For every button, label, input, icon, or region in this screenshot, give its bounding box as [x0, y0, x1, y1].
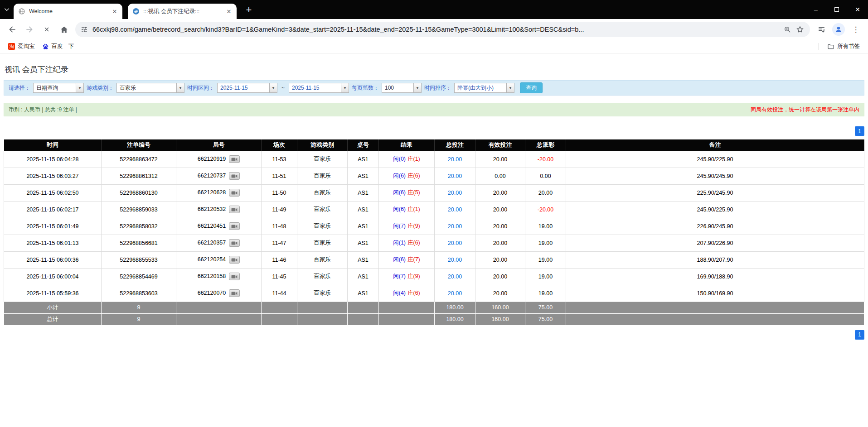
cell-note: 169.90/188.90 [566, 268, 864, 285]
table-header-cell: 桌号 [348, 139, 379, 151]
zoom-button[interactable] [781, 23, 794, 36]
chevron-down-icon[interactable]: ▼ [76, 83, 83, 92]
cell-payout: 19.00 [525, 235, 566, 251]
round-number: 662120628 [198, 189, 226, 196]
cell-round: 662120628 [176, 184, 262, 201]
cell-payout: 0.00 [525, 168, 566, 184]
table-header-cell: 局号 [176, 139, 262, 151]
cell-valid-bet: 20.00 [475, 201, 525, 218]
cell-total-bet-link[interactable]: 20.00 [435, 235, 475, 251]
new-tab-button[interactable]: + [242, 3, 256, 17]
cell-result: 闲(7)庄(9) [379, 218, 435, 235]
result-player: 闲(6) [393, 173, 406, 179]
table-header-cell: 结果 [379, 139, 435, 151]
cell-total-bet-link[interactable]: 20.00 [435, 268, 475, 285]
chevron-down-icon[interactable]: ▼ [413, 83, 421, 92]
date-range-separator: ~ [280, 85, 286, 91]
page-size-combobox[interactable]: 100 ▼ [382, 83, 422, 93]
tab-close-icon[interactable]: ✕ [111, 7, 119, 15]
video-replay-button[interactable] [229, 155, 240, 163]
video-camera-icon [231, 291, 238, 296]
result-player: 闲(6) [393, 206, 406, 212]
tab-search-button[interactable] [0, 0, 14, 19]
profile-button[interactable] [831, 22, 846, 37]
chevron-down-icon[interactable]: ▼ [269, 83, 277, 92]
bookmark-label: 爱淘宝 [18, 43, 35, 50]
home-button[interactable] [56, 22, 72, 37]
bookmark-star-button[interactable] [794, 23, 806, 36]
pagination-bottom: 1 [4, 330, 864, 340]
chevron-down-icon[interactable]: ▼ [506, 83, 514, 92]
magnifier-plus-icon [784, 26, 791, 34]
chevron-down-icon[interactable]: ▼ [176, 83, 184, 92]
page-1-button[interactable]: 1 [855, 330, 864, 340]
stop-x-icon [43, 25, 51, 34]
cell-time: 2025-11-15 06:04:28 [4, 151, 102, 168]
cell-table-code: AS1 [348, 251, 379, 268]
cell-result: 闲(7)庄(9) [379, 268, 435, 285]
subtotal-payout: 75.00 [525, 302, 566, 313]
cell-total-bet-link[interactable]: 20.00 [435, 285, 475, 302]
cell-bet-id: 522968863472 [102, 151, 176, 168]
bookmarks-bar: 淘 爱淘宝 百度一下 所有书签 [0, 40, 868, 53]
tab-close-icon[interactable]: ✕ [225, 7, 233, 15]
browser-menu-button[interactable]: ⋮ [848, 22, 863, 37]
cell-total-bet-link[interactable]: 20.00 [435, 218, 475, 235]
video-replay-button[interactable] [229, 256, 240, 264]
bookmark-baidu[interactable]: 百度一下 [39, 41, 78, 52]
total-total-bet: 180.00 [435, 313, 475, 325]
cell-time: 2025-11-15 06:02:50 [4, 184, 102, 201]
bookmark-aitaobao[interactable]: 淘 爱淘宝 [5, 41, 39, 52]
cell-total-bet-link[interactable]: 20.00 [435, 151, 475, 168]
cell-game-type: 百家乐 [297, 184, 348, 201]
forward-button[interactable] [22, 22, 37, 37]
cell-bet-id: 522968858032 [102, 218, 176, 235]
window-close-button[interactable]: ✕ [847, 0, 868, 19]
table-row: 2025-11-15 06:00:36 522968855533 6621202… [4, 251, 864, 268]
cell-total-bet-link[interactable]: 20.00 [435, 168, 475, 184]
cell-time: 2025-11-15 06:01:13 [4, 235, 102, 251]
cell-session: 11-47 [262, 235, 297, 251]
media-controls-button[interactable] [814, 22, 829, 37]
game-type-combobox[interactable]: 百家乐 ▼ [116, 83, 184, 93]
video-replay-button[interactable] [229, 239, 240, 247]
cell-bet-id: 522968853603 [102, 285, 176, 302]
url-text[interactable]: 66cxkj98.com/game/betrecord_search/kind3… [92, 26, 776, 33]
address-bar[interactable]: 66cxkj98.com/game/betrecord_search/kind3… [75, 22, 810, 37]
tab-welcome[interactable]: Welcome ✕ [14, 4, 122, 19]
cell-total-bet-link[interactable]: 20.00 [435, 184, 475, 201]
tab-betrecord-active[interactable]: :::视讯 会员下注纪录::: ✕ [128, 4, 237, 19]
date-end-combobox[interactable]: 2025-11-15 ▼ [289, 83, 349, 93]
video-replay-button[interactable] [229, 189, 240, 197]
stop-loading-button[interactable] [39, 22, 54, 37]
site-info-tune-icon[interactable] [81, 26, 88, 33]
video-replay-button[interactable] [229, 222, 240, 230]
sort-order-combobox[interactable]: 降幂(由大到小) ▼ [454, 83, 514, 93]
site-favicon-icon [132, 8, 140, 15]
cell-total-bet-link[interactable]: 20.00 [435, 251, 475, 268]
window-maximize-button[interactable] [826, 0, 847, 19]
game-type-value: 百家乐 [117, 83, 176, 92]
all-bookmarks-button[interactable]: 所有书签 [824, 41, 863, 52]
total-label: 总计 [4, 313, 102, 325]
table-row: 2025-11-15 05:59:36 522968853603 6621200… [4, 285, 864, 302]
back-arrow-icon [8, 25, 17, 34]
cell-session: 11-51 [262, 168, 297, 184]
video-camera-icon [231, 241, 238, 245]
chevron-down-icon[interactable]: ▼ [341, 83, 349, 92]
search-button[interactable]: 查询 [520, 82, 543, 93]
date-start-combobox[interactable]: 2025-11-15 ▼ [217, 83, 277, 93]
window-minimize-button[interactable]: – [805, 0, 826, 19]
video-replay-button[interactable] [229, 206, 240, 213]
select-mode-combobox[interactable]: 日期查询 ▼ [33, 83, 84, 93]
back-button[interactable] [5, 22, 20, 37]
cell-session: 11-46 [262, 251, 297, 268]
page-1-button[interactable]: 1 [855, 126, 864, 136]
video-replay-button[interactable] [229, 289, 240, 297]
subtotal-label: 小计 [4, 302, 102, 313]
cell-total-bet-link[interactable]: 20.00 [435, 201, 475, 218]
maximize-icon [834, 7, 839, 12]
cell-game-type: 百家乐 [297, 151, 348, 168]
video-replay-button[interactable] [229, 273, 240, 280]
video-replay-button[interactable] [229, 172, 240, 180]
